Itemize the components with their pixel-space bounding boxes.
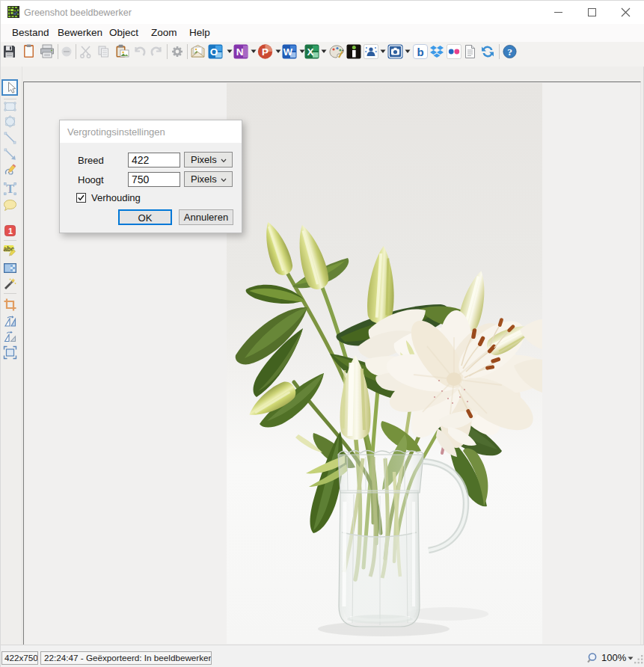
svg-text:O: O bbox=[210, 46, 218, 58]
svg-text:?: ? bbox=[507, 46, 512, 58]
svg-text:P: P bbox=[262, 46, 269, 58]
svg-text:b: b bbox=[417, 46, 423, 58]
svg-text:X: X bbox=[307, 46, 313, 58]
svg-text:W: W bbox=[283, 46, 293, 58]
svg-text:N: N bbox=[236, 46, 244, 58]
svg-text:1: 1 bbox=[8, 227, 13, 236]
svg-text:T: T bbox=[6, 182, 14, 195]
